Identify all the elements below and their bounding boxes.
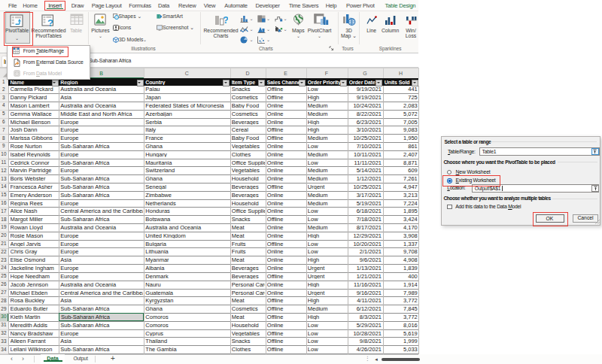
svg-text:?: ? bbox=[47, 17, 53, 27]
svg-text:?: ? bbox=[223, 14, 228, 26]
